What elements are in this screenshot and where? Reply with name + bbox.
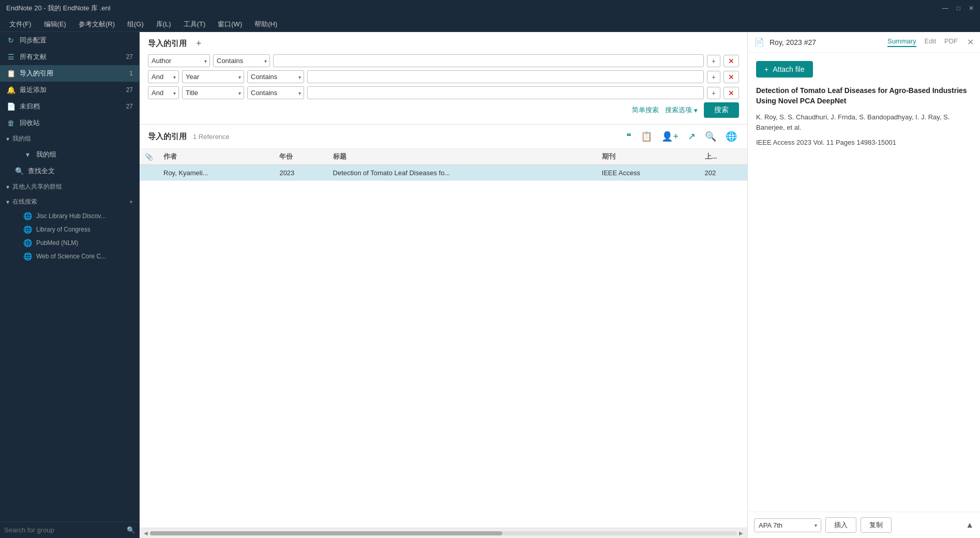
others-shared-header[interactable]: ▾ 其他人共享的群组 [0,179,139,194]
tab-edit[interactable]: Edit [925,37,936,47]
remove-row-btn-3[interactable]: ✕ [723,87,739,99]
add-online-search-btn[interactable]: + [129,198,133,206]
export-icon[interactable]: ↗ [686,130,698,143]
menu-help[interactable]: 帮助(H) [249,18,282,31]
sync-icon: ↻ [6,36,16,44]
search-panel-header: 导入的引用 + [148,38,739,49]
search-panel-title: 导入的引用 [148,39,187,49]
sidebar-item-loc[interactable]: 🌐 Library of Congress [0,223,139,236]
menu-references[interactable]: 参考文献(R) [73,18,120,31]
results-toolbar: ❝ 📋 👤+ ↗ 🔍 🌐 [624,130,739,143]
menu-edit[interactable]: 编辑(E) [39,18,71,31]
copy-btn[interactable]: 复制 [861,517,892,533]
row-extra: 202 [700,165,747,181]
results-header: 导入的引用 1 Reference ❝ 📋 👤+ ↗ 🔍 🌐 [140,125,747,149]
online-search-header[interactable]: ▾ 在线搜索 + [0,194,139,209]
sidebar-item-pubmed[interactable]: 🌐 PubMed (NLM) [0,236,139,250]
my-groups-header[interactable]: ▾ 我的组 [0,131,139,146]
sidebar-item-jisc[interactable]: 🌐 Jisc Library Hub Discov... [0,209,139,223]
chevron-down-icon-online: ▾ [6,198,9,206]
tab-pdf[interactable]: PDF [944,37,958,47]
scroll-thumb[interactable] [150,531,502,535]
search-group-input[interactable] [4,526,124,534]
col-journal[interactable]: 期刊 [597,149,700,165]
sidebar-item-sync[interactable]: ↻ 同步配置 [0,32,139,49]
citation-style-select[interactable]: APA 7th MLA Chicago [754,518,821,532]
row-year: 2023 [274,165,327,181]
menu-library[interactable]: 库(L) [151,18,176,31]
col-year[interactable]: 年份 [274,149,327,165]
attach-file-btn[interactable]: + Attach file [756,61,813,78]
remove-row-btn-1[interactable]: ✕ [723,55,739,67]
add-person-icon[interactable]: 👤+ [659,130,681,143]
tab-summary[interactable]: Summary [887,37,916,47]
insert-btn[interactable]: 插入 [825,517,856,533]
sidebar-item-wos[interactable]: 🌐 Web of Science Core C... [0,250,139,263]
connector-select-3[interactable]: And Or Not [148,86,179,99]
sidebar-item-imported[interactable]: 📋 导入的引用 1 [0,65,139,82]
menu-window[interactable]: 窗口(W) [213,18,247,31]
search-actions: 简单搜索 搜索选项 ▾ 搜索 [148,102,739,118]
sidebar-item-trash[interactable]: 🗑 回收站 [0,115,139,131]
search-icon: 🔍 [127,526,135,534]
op-select-3[interactable]: Contains Is Is not [247,86,304,99]
col-extra[interactable]: 上... [700,149,747,165]
sidebar-item-my-groups-sub[interactable]: ▾ 我的组 [0,146,139,163]
chevron-down-icon: ▾ [6,135,9,143]
close-btn[interactable]: ✕ [969,5,974,12]
quote-icon[interactable]: ❝ [624,130,634,143]
search-input-3[interactable] [307,86,704,99]
simple-search-link[interactable]: 简单搜索 [632,105,659,115]
sidebar-item-recent[interactable]: 🔔 最近添加 27 [0,82,139,98]
web-icon[interactable]: 🌐 [723,130,739,143]
add-row-btn-3[interactable]: + [707,87,720,99]
search-panel: 导入的引用 + Author Year Title Contains Is [140,32,747,125]
menu-groups[interactable]: 组(G) [122,18,149,31]
menu-tools[interactable]: 工具(T) [178,18,211,31]
window-controls[interactable]: — □ ✕ [942,5,974,12]
search-go-btn[interactable]: 搜索 [704,102,739,118]
field-select-wrapper-3: Title Author Year [182,86,244,99]
col-title[interactable]: 标题 [328,149,597,165]
clipboard-icon[interactable]: 📋 [639,130,654,143]
results-area: 导入的引用 1 Reference ❝ 📋 👤+ ↗ 🔍 🌐 📎 [140,125,747,538]
op-select-1[interactable]: Contains Is Is not [213,54,270,67]
scroll-left-btn[interactable]: ◀ [142,530,150,536]
col-author[interactable]: 作者 [158,149,274,165]
minimize-btn[interactable]: — [942,5,948,12]
search-input-1[interactable] [273,54,704,67]
connector-select-2[interactable]: And Or Not [148,70,179,83]
unfiled-icon: 📄 [6,102,16,111]
maximize-btn[interactable]: □ [957,5,960,12]
panel-footer: APA 7th MLA Chicago 插入 复制 ▲ [748,512,980,538]
title-bar: EndNote 20 - 我的 EndNote 库 .enl — □ ✕ [0,0,980,17]
add-row-btn-2[interactable]: + [707,71,720,83]
field-select-3[interactable]: Title Author Year [182,86,244,99]
search-options-btn[interactable]: 搜索选项 ▾ [665,105,698,115]
chevron-right-icon: ▾ [6,183,9,191]
field-select-2[interactable]: Year Author Title [182,70,244,83]
sidebar-item-find-full-text[interactable]: 🔍 查找全文 [0,163,139,179]
scroll-right-btn[interactable]: ▶ [737,530,745,536]
field-select-wrapper-1: Author Year Title [148,54,210,67]
table-row[interactable]: Roy, Kyameli... 2023 Detection of Tomato… [140,165,747,181]
tab-add-btn[interactable]: + [193,38,205,49]
panel-close-btn[interactable]: ✕ [967,37,974,47]
search-input-2[interactable] [307,70,704,83]
search-row-2: And Or Not Year Author Title Contains [148,70,739,83]
panel-ref-title: Roy, 2023 #27 [770,38,878,47]
expand-btn[interactable]: ▲ [966,520,974,530]
right-panel: 📄 Roy, 2023 #27 Summary Edit PDF ✕ + Att… [747,32,980,538]
add-row-btn-1[interactable]: + [707,55,720,67]
sidebar-item-all-refs[interactable]: ☰ 所有文献 27 [0,49,139,65]
remove-row-btn-2[interactable]: ✕ [723,71,739,83]
search-within-icon[interactable]: 🔍 [703,130,718,143]
menu-file[interactable]: 文件(F) [4,18,37,31]
horizontal-scrollbar[interactable]: ◀ ▶ [140,528,747,538]
op-select-2[interactable]: Contains Is Is not [247,70,304,83]
scroll-track[interactable] [150,531,737,535]
sidebar-item-unfiled[interactable]: 📄 未归档 27 [0,98,139,115]
field-select-1[interactable]: Author Year Title [148,54,210,67]
panel-tabs: Summary Edit PDF [887,37,958,47]
jisc-icon: 🌐 [23,212,32,220]
